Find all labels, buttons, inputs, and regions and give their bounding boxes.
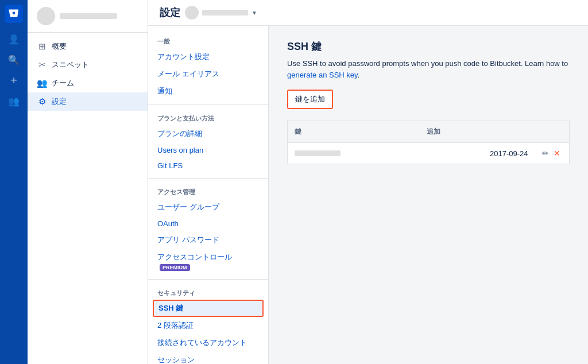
col-header-actions xyxy=(535,121,570,143)
section-heading: SSH 鍵 xyxy=(287,40,570,53)
nav-connected-accounts[interactable]: 接続されているアカウント xyxy=(148,334,268,351)
table-row: 2017-09-24 ✏ ✕ xyxy=(288,143,570,164)
left-sidebar: ⊞ 概要 ✂ スニペット 👥 チーム ⚙ 設定 xyxy=(28,0,148,364)
action-icons: ✏ ✕ xyxy=(542,149,563,158)
nav-two-step[interactable]: 2 段落認証 xyxy=(148,317,268,334)
ssh-keys-table: 鍵 追加 2017-09-24 ✏ ✕ xyxy=(287,121,570,164)
user-header xyxy=(28,0,148,33)
premium-badge: PREMIUM xyxy=(160,264,190,271)
nav-app-passwords[interactable]: アプリ パスワード xyxy=(148,231,268,249)
nav-oauth[interactable]: OAuth xyxy=(148,216,268,231)
avatar xyxy=(37,7,55,25)
nav-sessions[interactable]: セッション xyxy=(148,351,268,364)
generate-ssh-key-link[interactable]: generate an SSH key xyxy=(287,71,358,79)
delete-icon[interactable]: ✕ xyxy=(554,149,560,158)
nav-access-control[interactable]: アクセスコントロール PREMIUM xyxy=(148,249,268,274)
edit-icon[interactable]: ✏ xyxy=(542,149,549,158)
nav-item-snippets[interactable]: ✂ スニペット xyxy=(28,56,148,74)
top-bar-avatar xyxy=(185,6,199,20)
page-title: 設定 xyxy=(160,6,180,20)
desc-suffix: . xyxy=(358,71,360,79)
section-label-security: セキュリティ xyxy=(148,284,268,300)
top-bar: 設定 ▼ xyxy=(148,0,588,26)
access-control-label: アクセスコントロール xyxy=(157,253,232,261)
settings-nav-icon: ⚙ xyxy=(37,96,47,107)
main-area: 設定 ▼ 一般 アカウント設定 メール エイリアス 通知 プランと支払い方法 プ… xyxy=(148,0,588,364)
nav-users-on-plan[interactable]: Users on plan xyxy=(148,142,268,158)
profile-icon[interactable]: 👤 xyxy=(5,30,23,48)
secondary-nav: 一般 アカウント設定 メール エイリアス 通知 プランと支払い方法 プランの詳細… xyxy=(148,26,269,364)
nav-user-groups[interactable]: ユーザー グループ xyxy=(148,199,268,216)
nav-git-lfs[interactable]: Git LFS xyxy=(148,158,268,173)
nav-label-overview: 概要 xyxy=(52,41,67,52)
key-name-cell xyxy=(288,143,420,164)
search-icon[interactable]: 🔍 xyxy=(5,51,23,69)
nav-ssh-keys[interactable]: SSH 鍵 xyxy=(153,300,264,317)
nav-account-settings[interactable]: アカウント設定 xyxy=(148,48,268,65)
create-icon[interactable]: + xyxy=(5,71,23,90)
global-sidebar: 👤 🔍 + 👥 xyxy=(0,0,28,364)
section-label-general: 一般 xyxy=(148,33,268,48)
snippets-icon: ✂ xyxy=(37,60,47,70)
section-description: Use SSH to avoid password prompts when y… xyxy=(287,58,570,80)
chevron-down-icon: ▼ xyxy=(252,10,257,16)
nav-email-aliases[interactable]: メール エイリアス xyxy=(148,65,268,83)
nav-label-team: チーム xyxy=(52,78,74,88)
section-label-plan: プランと支払い方法 xyxy=(148,110,268,125)
overview-icon: ⊞ xyxy=(37,41,47,52)
top-bar-username xyxy=(202,10,248,16)
team-nav-icon: 👥 xyxy=(37,78,47,88)
content-body: 一般 アカウント設定 メール エイリアス 通知 プランと支払い方法 プランの詳細… xyxy=(148,26,588,364)
nav-plan-details[interactable]: プランの詳細 xyxy=(148,125,268,142)
nav-item-settings[interactable]: ⚙ 設定 xyxy=(28,92,148,111)
key-date-cell: 2017-09-24 xyxy=(420,143,535,164)
nav-item-team[interactable]: 👥 チーム xyxy=(28,74,148,92)
divider-1 xyxy=(148,104,268,105)
team-icon[interactable]: 👥 xyxy=(5,92,23,110)
desc-prefix: Use SSH to avoid password prompts when y… xyxy=(287,59,568,68)
left-nav: ⊞ 概要 ✂ スニペット 👥 チーム ⚙ 設定 xyxy=(28,33,148,364)
top-bar-user[interactable]: ▼ xyxy=(185,6,257,20)
nav-item-overview[interactable]: ⊞ 概要 xyxy=(28,37,148,56)
divider-2 xyxy=(148,178,268,179)
key-actions-cell: ✏ ✕ xyxy=(535,143,570,164)
add-key-button[interactable]: 鍵を追加 xyxy=(287,90,333,109)
col-header-key: 鍵 xyxy=(288,121,420,143)
nav-label-settings: 設定 xyxy=(52,96,67,107)
bitbucket-logo[interactable] xyxy=(5,5,23,23)
nav-notifications[interactable]: 通知 xyxy=(148,83,268,100)
nav-label-snippets: スニペット xyxy=(52,60,89,70)
key-name-placeholder xyxy=(295,150,341,156)
section-label-access: アクセス管理 xyxy=(148,183,268,199)
username-display xyxy=(60,13,117,19)
col-header-added: 追加 xyxy=(420,121,535,143)
divider-3 xyxy=(148,279,268,280)
page-content: SSH 鍵 Use SSH to avoid password prompts … xyxy=(269,26,588,364)
